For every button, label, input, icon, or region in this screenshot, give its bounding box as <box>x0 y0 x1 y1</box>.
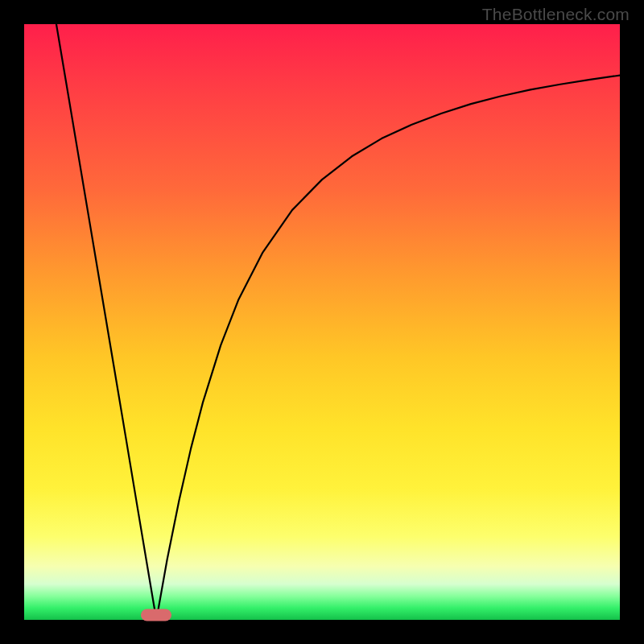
bottleneck-marker <box>141 609 171 621</box>
plot-area <box>24 24 620 620</box>
curve-left-branch <box>56 24 156 620</box>
watermark-text: TheBottleneck.com <box>482 5 630 24</box>
curve-right-branch <box>156 76 620 620</box>
chart-frame: TheBottleneck.com <box>0 0 644 644</box>
bottleneck-curve <box>24 24 620 620</box>
